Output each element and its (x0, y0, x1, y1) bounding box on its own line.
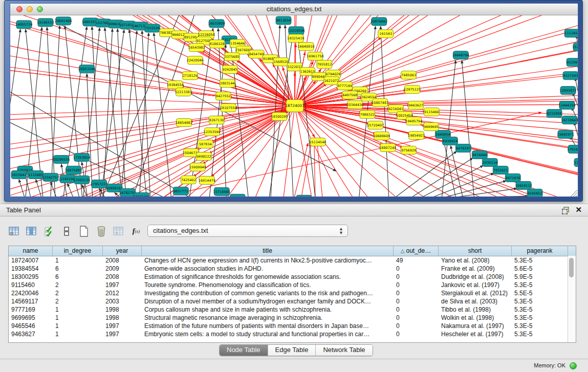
table-row[interactable]: 1456911722003Disruption of a novel membe… (9, 297, 576, 305)
graph-node[interactable]: 587834 (198, 140, 213, 148)
graph-node[interactable]: 20053346 (78, 65, 95, 73)
graph-node[interactable]: 7955812 (317, 60, 332, 69)
graph-node[interactable]: 20206535 (53, 155, 70, 163)
function-builder-icon[interactable]: f(x) (129, 225, 143, 238)
graph-node[interactable]: 18300295 (271, 113, 288, 121)
graph-node[interactable]: 16543982 (188, 43, 205, 52)
table-row[interactable]: 1938455462009Genome-wide association stu… (9, 265, 576, 273)
delete-table-icon[interactable]: ✕ (112, 225, 126, 238)
scrollbar-thumb[interactable] (569, 258, 574, 277)
graph-node[interactable]: 2935114 (482, 158, 497, 166)
graph-node[interactable]: 20876862 (371, 17, 387, 26)
window-titlebar[interactable]: citations_edges.txt (10, 4, 578, 15)
table-row[interactable]: 946554611997Estimation of the future num… (9, 322, 576, 330)
graph-node[interactable]: 16033809 (208, 19, 225, 28)
graph-node[interactable]: 10688609 (373, 132, 390, 140)
graph-node[interactable]: 8186328 (209, 40, 225, 48)
graph-node[interactable]: 7832621 (493, 166, 508, 174)
graph-node[interactable]: 14055724 (15, 20, 32, 29)
graph-node[interactable]: 8267130 (209, 116, 224, 124)
graph-node[interactable]: 3915941 (11, 170, 27, 179)
close-window-button[interactable] (16, 6, 23, 12)
graph-node[interactable]: 1115685 (28, 170, 43, 179)
graph-node[interactable]: 18807249 (379, 144, 396, 152)
graph-node[interactable]: 8813054 (276, 16, 291, 25)
table-combobox[interactable]: citations_edges.txt ▲▼ (147, 225, 348, 237)
table-settings-icon[interactable]: ⚙ (7, 225, 21, 238)
graph-node[interactable]: 6479197 (455, 144, 471, 152)
graph-node[interactable]: 15134548 (309, 138, 326, 146)
close-panel-icon[interactable]: ✕ (575, 205, 582, 214)
network-view-window[interactable]: citations_edges.txt 14055724191065332069… (4, 0, 583, 202)
network-canvas[interactable]: 1405572419106533206914061065328715276026… (10, 15, 578, 197)
graph-node[interactable]: 12975125 (404, 85, 421, 94)
select-mode-icon[interactable] (42, 225, 56, 238)
graph-node[interactable]: 15218506 (288, 27, 305, 35)
graph-node[interactable]: 9465546 (296, 195, 312, 197)
graph-node[interactable]: 17353924 (73, 154, 90, 162)
minimize-window-button[interactable] (27, 6, 33, 12)
graph-node[interactable]: 10975887 (65, 166, 82, 174)
zoom-window-button[interactable] (37, 6, 43, 12)
graph-node[interactable]: 8427552 (215, 92, 231, 100)
graph-node[interactable]: 12505135 (73, 176, 90, 184)
row-height-icon[interactable] (59, 225, 74, 238)
window-resize-grip[interactable] (571, 190, 577, 196)
graph-node[interactable]: 20691406 (55, 17, 72, 25)
graph-node[interactable]: 16914479 (199, 176, 215, 184)
graph-node[interactable]: 12444159 (559, 101, 576, 110)
graph-node[interactable]: 1568520 (273, 58, 289, 66)
graph-node[interactable]: 9115460 (424, 108, 440, 116)
graph-node[interactable]: 8938924 (442, 137, 458, 145)
table-row[interactable]: 1830029562008Estimation of significance … (9, 273, 576, 281)
graph-node[interactable]: 7986322 (360, 111, 375, 119)
graph-node[interactable]: 9463627 (408, 101, 424, 110)
graph-node[interactable]: 16961758 (307, 52, 323, 60)
graph-node[interactable]: 12093872 (560, 86, 577, 95)
float-panel-icon[interactable] (562, 207, 570, 214)
graph-node[interactable]: 9474444 (472, 151, 487, 159)
graph-node[interactable]: 7425402 (181, 176, 196, 184)
table-row[interactable]: 977716911998Corpus callosum shape and si… (9, 305, 576, 314)
delete-rows-icon[interactable] (94, 225, 108, 238)
column-header-pagerank[interactable]: pagerank (512, 246, 568, 256)
graph-node[interactable]: 14569117 (229, 194, 246, 197)
graph-node[interactable]: 20364436 (346, 101, 363, 109)
graph-node[interactable]: 9245652 (527, 189, 542, 197)
graph-node[interactable]: 9699695 (424, 123, 439, 131)
graph-node[interactable]: 8471676 (505, 173, 520, 182)
column-header-name[interactable]: name (9, 246, 53, 256)
table-row[interactable]: 969969511998Structural magnetic resonanc… (9, 314, 576, 322)
graph-node[interactable]: 17016504 (568, 145, 578, 154)
table-row[interactable]: 946362711997Embryonic stem cells: a mode… (9, 330, 576, 338)
graph-node[interactable]: 8454749 (249, 50, 264, 58)
graph-node[interactable]: 9227343 (563, 72, 578, 80)
graph-node[interactable]: 2803144 (220, 79, 235, 87)
column-header-in_degree[interactable]: in_degree (53, 246, 103, 256)
graph-node[interactable]: 15751074 (573, 43, 578, 51)
graph-node[interactable]: 17957223 (91, 180, 107, 188)
graph-node[interactable]: 9777169 (337, 82, 353, 90)
table-row[interactable]: 1872400712008Changes of HCN gene express… (9, 256, 576, 265)
graph-node[interactable]: 9242845 (222, 65, 237, 74)
table-vertical-scrollbar[interactable] (568, 256, 576, 342)
graph-node[interactable]: 19495794 (405, 117, 422, 125)
graph-node[interactable]: 19106533 (37, 18, 54, 27)
graph-node[interactable]: 9756928 (401, 146, 417, 155)
graph-node[interactable]: 12923486 (133, 192, 150, 197)
graph-node[interactable]: 15720407 (367, 121, 384, 129)
memory-status-icon[interactable] (570, 362, 577, 369)
graph-node[interactable]: 18325419 (288, 34, 304, 42)
graph-node[interactable]: 1112454 (564, 29, 578, 37)
graph-node[interactable]: 22420046 (187, 56, 204, 64)
graph-node[interactable]: 12353594 (204, 128, 221, 136)
select-column-icon[interactable] (25, 225, 39, 238)
graph-node[interactable]: 7485063 (401, 71, 417, 79)
new-table-icon[interactable] (77, 225, 91, 238)
graph-node[interactable]: 1145194 (60, 174, 75, 183)
graph-node[interactable]: 16210643 (561, 116, 578, 124)
column-header-out_de[interactable]: △out_de… (394, 246, 439, 256)
graph-node[interactable]: 12213383 (175, 88, 192, 96)
column-header-year[interactable]: year (103, 246, 142, 256)
graph-node[interactable]: 10807487 (372, 99, 388, 107)
